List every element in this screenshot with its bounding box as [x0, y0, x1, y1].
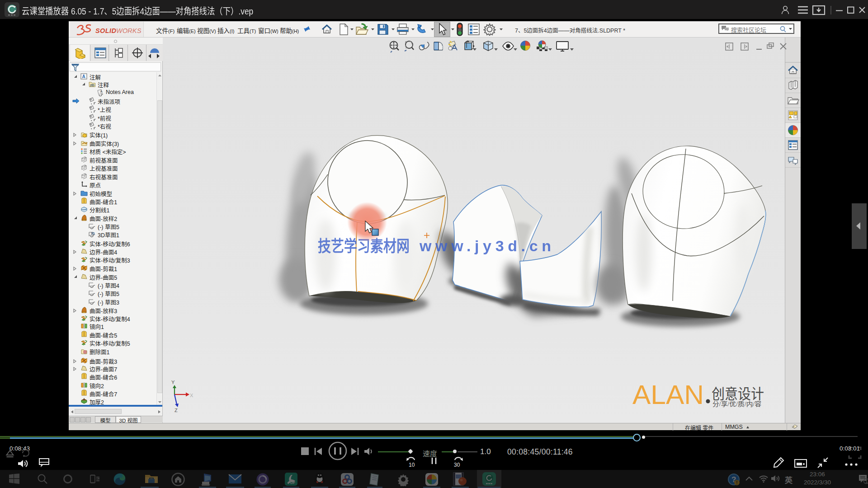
- svg-text:分/享/优/质/内/容: 分/享/优/质/内/容: [712, 399, 761, 408]
- svg-text:Z: Z: [175, 408, 178, 413]
- svg-text:10: 10: [409, 462, 415, 468]
- svg-text:A: A: [100, 89, 103, 93]
- svg-text:X: X: [190, 393, 193, 398]
- svg-text:SOLID: SOLID: [95, 27, 116, 34]
- svg-text:A: A: [82, 74, 85, 79]
- svg-text:Y: Y: [171, 380, 175, 385]
- svg-text:2D: 2D: [90, 83, 94, 87]
- svg-text:30: 30: [454, 462, 460, 468]
- svg-text:ALAN: ALAN: [632, 380, 704, 410]
- svg-text:www.jy3d.cn: www.jy3d.cn: [419, 237, 551, 254]
- svg-text:WORKS: WORKS: [116, 27, 141, 34]
- svg-text:3D: 3D: [91, 232, 95, 235]
